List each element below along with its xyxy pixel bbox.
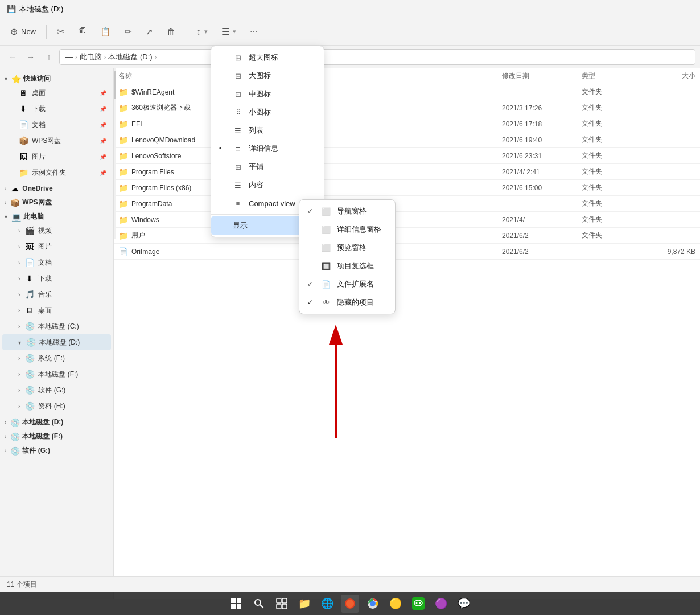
file-row-lenovo-qm[interactable]: 📁 LenovoQMDownload 2021/6 19:40 文件夹 (114, 132, 700, 148)
sidebar-item-f[interactable]: › 💿 本地磁盘 (F:) (2, 366, 111, 382)
thispc-label: 此电脑 (23, 212, 44, 222)
view-button[interactable]: ☰ ▾ (216, 23, 242, 40)
taskbar-app2[interactable]: 🟡 (386, 594, 405, 613)
taskbar-browser[interactable]: 🌐 (318, 594, 336, 613)
extra-g-label: 软件 (G:) (22, 446, 50, 456)
sidebar-item-h[interactable]: › 💿 资料 (H:) (2, 398, 111, 414)
menu-item-list[interactable]: ☰ 列表 (211, 121, 324, 140)
taskbar-chrome[interactable] (364, 594, 382, 613)
extra-g-header[interactable]: › 💿 软件 (G:) (0, 442, 113, 457)
menu-item-small[interactable]: ⠿ 小图标 (211, 103, 324, 121)
new-button[interactable]: ⊕ New (5, 23, 42, 40)
title-icon: 💾 (7, 5, 16, 13)
submenu-checkbox[interactable]: 🔲 项目复选框 (299, 257, 395, 275)
file-row-progfiles86[interactable]: 📁 Program Files (x86) 2021/6 15:00 文件夹 (114, 180, 700, 196)
file-row-windows[interactable]: 📁 Windows 2021/4/ 文件夹 (114, 212, 700, 228)
taskbar-explorer[interactable]: 📁 (295, 594, 314, 613)
sidebar-item-wps-cloud[interactable]: 📦 WPS网盘 📌 (2, 133, 111, 149)
col-type[interactable]: 类型 (582, 71, 639, 81)
menu-item-content[interactable]: ☰ 内容 (211, 176, 324, 194)
rename-button[interactable]: ✏ (119, 23, 138, 40)
medium-icon: ⊡ (233, 90, 243, 99)
copy-icon: 🗐 (78, 27, 87, 36)
menu-item-detail[interactable]: • ≡ 详细信息 (211, 140, 324, 158)
wpscloud-header[interactable]: › 📦 WPS网盘 (0, 194, 113, 208)
submenu-hidden[interactable]: ✓ 👁 隐藏的项目 (299, 293, 395, 311)
sidebar: ▾ ⭐ 快速访问 🖥 桌面 📌 ⬇ 下载 📌 📄 文档 📌 📦 WPS网盘 📌 (0, 68, 114, 599)
menu-item-large[interactable]: ⊟ 大图标 (211, 67, 324, 85)
folder-icon-360: 📁 (118, 104, 128, 113)
sidebar-item-dl2[interactable]: › ⬇ 下载 (2, 270, 111, 286)
file-row-lenovo-soft[interactable]: 📁 LenovoSoftstore 2021/6 23:31 文件夹 (114, 148, 700, 164)
onedrive-header[interactable]: › ☁ OneDrive (0, 181, 113, 194)
sidebar-item-g[interactable]: › 💿 软件 (G:) (2, 382, 111, 398)
taskbar-search[interactable] (250, 594, 268, 613)
taskbar-app1[interactable] (341, 594, 359, 613)
pin-icon-desktop: 📌 (100, 90, 106, 96)
quick-access-header[interactable]: ▾ ⭐ 快速访问 (0, 71, 113, 85)
delete-button[interactable]: 🗑 (161, 23, 181, 40)
folder-icon-lenovo-soft: 📁 (118, 151, 128, 161)
sidebar-item-d[interactable]: ▾ 💿 本地磁盘 (D:) (2, 334, 111, 350)
sidebar-item-e[interactable]: › 💿 系统 (E:) (2, 350, 111, 366)
taskbar-app3[interactable]: 🟣 (432, 594, 450, 613)
taskbar-app4[interactable]: 💬 (455, 594, 473, 613)
dl2-expand: › (18, 276, 20, 282)
file-row-winre[interactable]: 📁 $WinREAgent 文件夹 (114, 84, 700, 100)
f-expand: › (18, 371, 20, 378)
sort-button[interactable]: ↕ ▾ (191, 23, 213, 40)
sidebar-item-music[interactable]: › 🎵 音乐 (2, 286, 111, 302)
file-row-oriimage[interactable]: 📄 OriImage 2021/6/2 9,872 KB (114, 244, 700, 260)
sidebar-item-sample[interactable]: 📁 示例文件夹 📌 (2, 165, 111, 181)
menu-item-tiles[interactable]: ⊞ 平铺 (211, 158, 324, 176)
new-label: New (21, 27, 36, 36)
submenu-preview-pane[interactable]: ⬜ 预览窗格 (299, 239, 395, 257)
taskbar-start[interactable] (227, 594, 245, 613)
copy-button[interactable]: 🗐 (72, 23, 92, 40)
col-date[interactable]: 修改日期 (502, 71, 582, 81)
file-row-360[interactable]: 📁 360极速浏览器下载 2021/3 17:26 文件夹 (114, 100, 700, 116)
detail-icon: ≡ (233, 145, 243, 153)
sidebar-item-pictures[interactable]: 🖼 图片 📌 (2, 149, 111, 165)
cut-button[interactable]: ✂ (51, 23, 70, 40)
ext-icon: 📄 (321, 280, 331, 289)
share-button[interactable]: ↗ (140, 23, 159, 40)
pic2-icon: 🖼 (24, 242, 35, 251)
col-size[interactable]: 大小 (639, 71, 695, 81)
submenu-nav-pane[interactable]: ✓ ⬜ 导航窗格 (299, 202, 395, 220)
file-row-programdata[interactable]: 📁 ProgramData 文件夹 (114, 196, 700, 212)
path-chevron-3: › (155, 54, 157, 60)
checkbox-icon: 🔲 (321, 262, 331, 270)
up-button[interactable]: ↑ (41, 49, 57, 65)
extra-f-header[interactable]: › 💿 本地磁盘 (F:) (0, 428, 113, 442)
sidebar-item-video[interactable]: › 🎬 视频 (2, 223, 111, 239)
submenu-detail-pane[interactable]: ⬜ 详细信息窗格 (299, 220, 395, 239)
file-row-efi[interactable]: 📁 EFI 2021/6 17:18 文件夹 (114, 116, 700, 132)
sidebar-item-c[interactable]: › 💿 本地磁盘 (C:) (2, 318, 111, 334)
forward-button[interactable]: → (23, 49, 39, 65)
menu-item-xlarge[interactable]: ⊞ 超大图标 (211, 48, 324, 67)
more-button[interactable]: ··· (244, 23, 263, 40)
sidebar-item-doc2[interactable]: › 📄 文档 (2, 255, 111, 270)
paste-button[interactable]: 📋 (94, 23, 117, 40)
sidebar-item-downloads[interactable]: ⬇ 下载 📌 (2, 101, 111, 117)
nav-pane-check: ✓ (307, 207, 315, 215)
file-row-progfiles[interactable]: 📁 Program Files 2021/4/ 2:41 文件夹 (114, 164, 700, 180)
sidebar-item-desktop2[interactable]: › 🖥 桌面 (2, 302, 111, 318)
sort-icon: ↕ (196, 27, 201, 37)
submenu-ext[interactable]: ✓ 📄 文件扩展名 (299, 275, 395, 293)
sidebar-item-pic2[interactable]: › 🖼 图片 (2, 239, 111, 255)
thispc-header[interactable]: ▾ 💻 此电脑 (0, 208, 113, 223)
wpscloud-sidebar-icon: 📦 (10, 198, 20, 207)
file-row-users[interactable]: 📁 用户 2021/6/2 文件夹 (114, 228, 700, 244)
menu-item-medium[interactable]: ⊡ 中图标 (211, 85, 324, 103)
address-path[interactable]: — › 此电脑 › 本地磁盘 (D:) › (59, 49, 695, 65)
sidebar-item-docs[interactable]: 📄 文档 📌 (2, 117, 111, 133)
path-chevron-2: › (104, 54, 106, 60)
taskbar-task-view[interactable] (273, 594, 291, 613)
back-button[interactable]: ← (5, 49, 20, 65)
taskbar-wechat[interactable] (409, 594, 427, 613)
sidebar-item-desktop[interactable]: 🖥 桌面 📌 (2, 85, 111, 101)
g-icon: 💿 (24, 386, 35, 395)
extra-d-header[interactable]: › 💿 本地磁盘 (D:) (0, 414, 113, 428)
